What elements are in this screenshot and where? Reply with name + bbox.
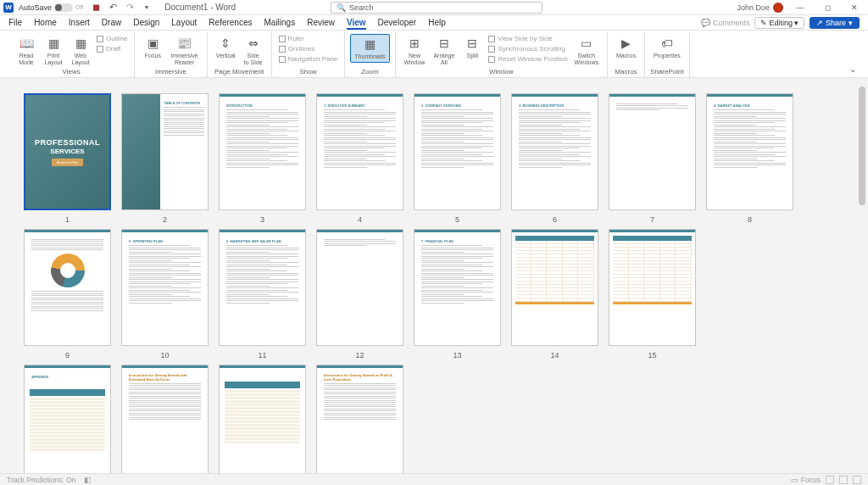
navigation-pane-checkbox[interactable]: Navigation Pane [277,54,340,64]
vertical-scrollbar[interactable] [858,78,866,473]
group-label: Macros [615,68,637,77]
page-thumbnail-13[interactable]: 7. FINANCIAL PLAN [414,229,501,346]
autosave-toggle[interactable] [54,3,73,12]
restore-button[interactable]: ◻ [817,2,837,14]
titlebar: W AutoSave Off ◼ ↶ ↷ ▾ Document1 - Word … [0,0,868,15]
page-thumbnail-19[interactable]: Instructions for Getting Started on Prof… [316,365,403,473]
gridlines-checkbox[interactable]: Gridlines [277,44,340,53]
draft-checkbox[interactable]: Draft [95,44,129,53]
view-read-icon[interactable] [826,476,834,484]
status-track-predictions[interactable]: Track Predictions: On [7,476,75,484]
search-placeholder: Search [349,3,374,12]
tab-draw[interactable]: Draw [102,15,121,30]
page-thumbnail-14[interactable] [511,229,598,346]
tab-layout[interactable]: Layout [171,15,197,30]
page-thumbnail-11[interactable]: 6. MARKETING AND SALES PLAN [219,229,306,346]
word-icon: W [3,3,14,13]
side-to-side-button[interactable]: ⇔Side to Side [241,34,266,67]
page-thumbnail-6[interactable]: 3. BUSINESS DESCRIPTION [511,93,598,210]
ribbon-collapse-button[interactable]: ⌄ [846,61,860,77]
ribbon-group-sharepoint: 🏷PropertiesSharePoint [645,32,690,77]
switch-windows-button[interactable]: ▭Switch Windows [571,34,602,67]
thumbnails-icon: ▦ [362,36,377,52]
immersive-reader-button[interactable]: 📰Immersive Reader [167,34,201,67]
tab-developer[interactable]: Developer [378,15,417,30]
new-window-icon: ⊞ [407,36,422,51]
scrollbar-thumb[interactable] [859,86,865,205]
split-icon: ⊟ [465,36,480,51]
tab-help[interactable]: Help [428,15,446,30]
checkbox-icon [97,46,103,53]
close-button[interactable]: ✕ [844,2,865,14]
view-web-icon[interactable] [853,476,861,484]
ribbon-group-macros: ▶MacrosMacros [608,32,645,77]
focus-button[interactable]: ▣Focus [140,34,165,61]
print-layout-icon: ▦ [46,36,61,51]
page-thumbnail-18[interactable] [219,365,306,473]
editing-mode-button[interactable]: ✎ Editing ▾ [754,17,804,29]
comments-button[interactable]: 💬 Comments [701,19,749,27]
properties-button[interactable]: 🏷Properties [650,34,684,61]
tab-insert[interactable]: Insert [69,15,90,30]
group-label: Immersive [155,68,186,77]
macros-button[interactable]: ▶Macros [613,34,639,61]
page-number: 14 [550,351,559,360]
outline-checkbox[interactable]: Outline [95,34,129,43]
save-icon[interactable]: ◼ [90,2,102,14]
page-thumbnail-7[interactable] [609,93,696,210]
tab-design[interactable]: Design [133,15,159,30]
page-thumbnail-3[interactable]: INTRODUCTION [219,93,306,210]
group-label: SharePoint [650,68,684,77]
page-thumbnail-12[interactable] [316,229,403,346]
thumbnail-view[interactable]: PROFESSIONALSERVICESBusiness Plan1TABLE … [0,78,868,473]
page-thumbnail-4[interactable]: 1. EXECUTIVE SUMMARY [316,93,403,210]
view-print-icon[interactable] [839,476,848,484]
page-thumbnail-15[interactable] [609,229,696,346]
document-title: Document1 - Word [164,3,236,12]
search-input[interactable]: 🔍 Search [331,2,542,14]
tab-review[interactable]: Review [307,15,335,30]
undo-icon[interactable]: ↶ [107,2,119,14]
page-number: 1 [65,215,70,224]
vertical-icon: ⇕ [218,36,233,51]
minimize-button[interactable]: — [790,2,810,14]
side-to-side-icon: ⇔ [246,36,261,51]
page-thumbnail-17[interactable]: Instructions for Getting Started with Es… [121,365,209,473]
split-button[interactable]: ⊟Split [459,34,485,61]
reset-window-position-checkbox[interactable]: Reset Window Position [487,54,569,64]
vertical-button[interactable]: ⇕Vertical [213,34,239,61]
page-thumbnail-16[interactable]: APPENDIX [24,365,111,473]
autosave[interactable]: AutoSave Off [19,3,83,12]
page-thumbnail-1[interactable]: PROFESSIONALSERVICESBusiness Plan [24,93,111,210]
qat-dropdown-icon[interactable]: ▾ [141,2,153,14]
checkbox-icon [488,46,495,53]
page-number: 7 [650,215,654,224]
new-window-button[interactable]: ⊞New Window [401,34,429,67]
view-side-by-side-checkbox[interactable]: View Side by Side [487,34,569,43]
user-account[interactable]: John Doe [737,3,783,13]
ruler-checkbox[interactable]: Ruler [277,34,340,43]
print-layout-button[interactable]: ▦Print Layout [41,34,66,67]
page-thumbnail-5[interactable]: 2. COMPANY OVERVIEW [414,93,501,210]
tab-view[interactable]: View [347,15,366,30]
macros-icon: ▶ [618,36,633,51]
share-button[interactable]: ↗ Share ▾ [810,17,860,29]
status-accessibility-icon[interactable]: ◧ [84,476,92,484]
page-thumbnail-10[interactable]: 5. OPERATING PLAN [121,229,209,346]
tab-file[interactable]: File [8,15,22,30]
arrange-all-button[interactable]: ⊟Arrange All [430,34,458,67]
tab-home[interactable]: Home [34,15,57,30]
web-layout-button[interactable]: ▦Web Layout [68,34,93,67]
page-thumbnail-8[interactable]: 4. MARKET ANALYSIS [706,93,793,210]
ribbon-group-zoom: ▦ThumbnailsZoom [345,32,395,77]
thumbnails-button[interactable]: ▦Thumbnails [350,34,389,63]
redo-icon[interactable]: ↷ [124,2,136,14]
tab-mailings[interactable]: Mailings [264,15,295,30]
page-thumbnail-2[interactable]: TABLE OF CONTENTS [121,93,209,210]
group-label: Zoom [361,68,378,77]
focus-button[interactable]: ▭ Focus [791,476,821,484]
page-thumbnail-9[interactable] [24,229,111,346]
read-mode-button[interactable]: 📖Read Mode [14,34,39,67]
synchronous-scrolling-checkbox[interactable]: Synchronous Scrolling [487,44,569,53]
tab-references[interactable]: References [209,15,252,30]
